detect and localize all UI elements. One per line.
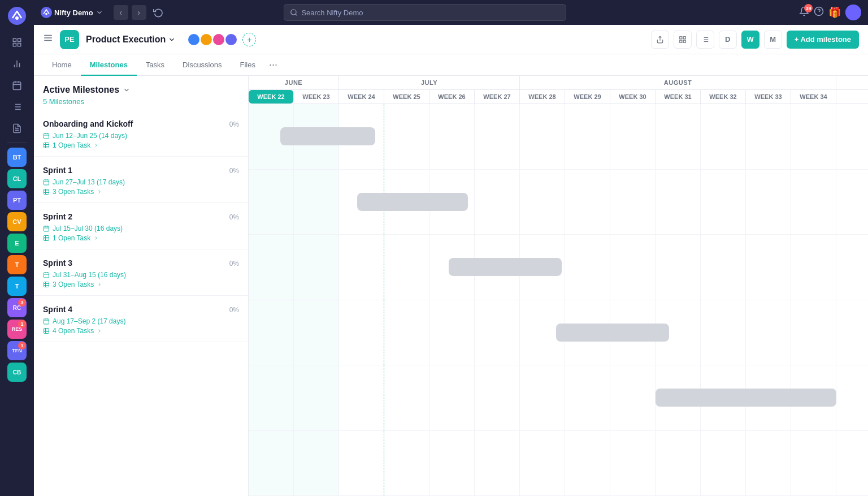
sidebar-project-T2[interactable]: T (7, 277, 27, 296)
sidebar-project-T1[interactable]: T (7, 255, 27, 274)
milestone-item-1: Onboarding and Kickoff 0% Jun 12–Jun 25 … (34, 110, 248, 157)
gantt-week-29[interactable]: WEEK 29 (565, 90, 610, 103)
milestone-percent-3: 0% (229, 212, 239, 221)
sidebar: BT CL PT CV E T T RC 3 RES 1 TFN 1 CB (0, 0, 34, 496)
gantt-bar-5[interactable] (656, 389, 836, 407)
gantt-bar-3[interactable] (449, 258, 562, 276)
gantt-week-27[interactable]: WEEK 27 (475, 90, 520, 103)
milestone-tasks-3[interactable]: 1 Open Task (43, 234, 239, 242)
gift-icon[interactable]: 🎁 (828, 6, 841, 19)
tab-milestones[interactable]: Milestones (81, 55, 137, 76)
gantt-week-31[interactable]: WEEK 31 (656, 90, 701, 103)
gantt-cell-r4-w24 (339, 300, 384, 365)
tab-more[interactable]: ··· (264, 54, 282, 75)
gantt-cell-r2-w30 (610, 170, 656, 235)
milestone-percent-4: 0% (229, 258, 239, 268)
main-content: Nifty Demo ‹ › Search Nifty Demo 39 🎁 (34, 0, 868, 496)
nav-arrows: ‹ › (114, 5, 146, 20)
svg-rect-34 (683, 40, 685, 42)
gantt-week-24[interactable]: WEEK 24 (339, 90, 384, 103)
week-view-button[interactable]: W (741, 31, 760, 49)
notification-icon[interactable]: 39 (799, 6, 809, 19)
svg-rect-31 (679, 36, 682, 38)
svg-rect-69 (44, 282, 49, 287)
sidebar-project-RC[interactable]: RC 3 (7, 298, 27, 317)
svg-rect-73 (44, 319, 49, 324)
gantt-bar-4[interactable] (556, 324, 669, 342)
sidebar-item-calendar[interactable] (7, 76, 27, 95)
day-view-button[interactable]: D (719, 31, 737, 49)
sidebar-project-PT[interactable]: PT (7, 191, 27, 210)
svg-rect-9 (13, 82, 21, 90)
milestone-tasks-4[interactable]: 3 Open Tasks (43, 281, 239, 288)
app-logo[interactable] (7, 6, 27, 26)
milestone-percent-5: 0% (229, 305, 239, 314)
gantt-week-26[interactable]: WEEK 26 (429, 90, 475, 103)
app-title[interactable]: Nifty Demo (41, 7, 103, 18)
milestone-tasks-1[interactable]: 1 Open Task (43, 141, 239, 149)
svg-point-22 (45, 13, 47, 15)
grid-view-button[interactable] (674, 31, 692, 49)
gantt-cell-r1-w25 (384, 104, 429, 169)
gantt-week-30[interactable]: WEEK 30 (610, 90, 656, 103)
sidebar-project-CL[interactable]: CL (7, 169, 27, 188)
milestone-tasks-2[interactable]: 3 Open Tasks (43, 188, 239, 196)
tab-tasks[interactable]: Tasks (137, 55, 173, 76)
gantt-cell-r3-w29 (565, 235, 610, 300)
help-icon[interactable] (814, 6, 824, 19)
milestone-date-2: Jun 27–Jul 13 (17 days) (43, 178, 239, 186)
svg-line-24 (296, 14, 297, 16)
project-title[interactable]: Product Execution (86, 34, 176, 45)
sidebar-project-E[interactable]: E (7, 234, 27, 253)
sidebar-item-docs[interactable] (7, 119, 27, 138)
gantt-cell-r5-w25 (384, 365, 429, 430)
sidebar-item-analytics[interactable] (7, 54, 27, 74)
gantt-week-28[interactable]: WEEK 28 (520, 90, 565, 103)
gantt-week-32[interactable]: WEEK 32 (701, 90, 746, 103)
gantt-week-33[interactable]: WEEK 33 (746, 90, 791, 103)
sidebar-project-CB[interactable]: CB (7, 363, 27, 382)
gantt-week-22[interactable]: WEEK 22 (249, 90, 294, 103)
search-bar[interactable]: Search Nifty Demo (284, 4, 566, 21)
gantt-bar-2[interactable] (357, 193, 468, 211)
sidebar-project-RES[interactable]: RES 1 (7, 320, 27, 339)
milestone-date-3: Jul 15–Jul 30 (16 days) (43, 225, 239, 232)
sidebar-project-CV[interactable]: CV (7, 212, 27, 231)
user-avatar[interactable] (845, 5, 861, 20)
history-button[interactable] (151, 5, 166, 20)
sidebar-item-dashboard[interactable] (7, 33, 27, 52)
tab-home[interactable]: Home (43, 55, 81, 76)
active-milestones-title[interactable]: Active Milestones (43, 85, 239, 95)
svg-rect-3 (18, 38, 21, 41)
sidebar-item-list[interactable] (7, 97, 27, 117)
gantt-cell-r5-w24 (339, 365, 384, 430)
nav-back-button[interactable]: ‹ (114, 5, 128, 20)
milestone-percent-1: 0% (229, 119, 239, 128)
sidebar-project-BT[interactable]: BT (7, 148, 27, 167)
add-member-button[interactable]: + (242, 33, 256, 46)
tab-files[interactable]: Files (231, 55, 264, 76)
tab-discussions[interactable]: Discussions (173, 55, 231, 76)
gantt-chart: JUNE JULY AUGUST WEEK 22 WEEK 23 WEEK 24… (249, 76, 868, 496)
milestone-item-3: Sprint 2 0% Jul 15–Jul 30 (16 days) 1 Op… (34, 203, 248, 249)
gantt-bar-1[interactable] (280, 127, 375, 145)
milestone-count: 5 Milestones (43, 97, 239, 106)
gantt-cell-r3-w22 (249, 235, 294, 300)
gantt-week-23[interactable]: WEEK 23 (294, 90, 339, 103)
list-view-button[interactable] (696, 31, 714, 49)
share-button[interactable] (651, 31, 669, 49)
milestone-tasks-5[interactable]: 4 Open Tasks (43, 327, 239, 335)
gantt-week-25[interactable]: WEEK 25 (384, 90, 429, 103)
month-august: AUGUST (520, 76, 836, 89)
nav-forward-button[interactable]: › (132, 5, 146, 20)
add-milestone-button[interactable]: + Add milestone (787, 31, 859, 49)
gantt-cell-r2-w28 (520, 170, 565, 235)
gantt-cell-r3-w23 (294, 235, 339, 300)
gantt-cell-r5-w28 (520, 365, 565, 430)
month-view-button[interactable]: M (764, 31, 782, 49)
sidebar-project-TFN[interactable]: TFN 1 (7, 341, 27, 360)
gantt-cell-r1-w33 (746, 104, 791, 169)
gantt-cell-r4-w23 (294, 300, 339, 365)
hamburger-menu[interactable] (43, 33, 53, 46)
gantt-week-34[interactable]: WEEK 34 (791, 90, 836, 103)
